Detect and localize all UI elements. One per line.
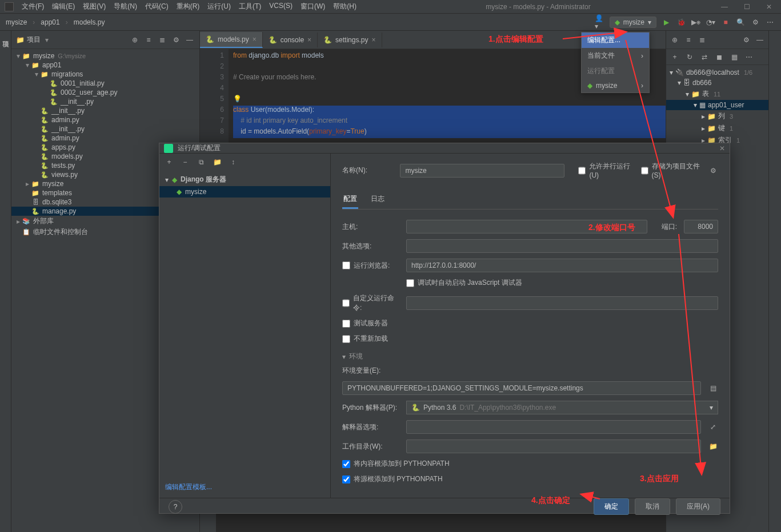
menu-item[interactable]: VCS(S) (266, 1, 296, 13)
close-window-button[interactable]: ✕ (762, 1, 776, 13)
remove-config-button[interactable]: − (180, 157, 190, 167)
tree-item[interactable]: 🐍__init__.py (11, 124, 199, 134)
run-config-selector[interactable]: ◆ mysize ▾ (610, 17, 656, 28)
host-input[interactable] (406, 220, 647, 233)
menu-item[interactable]: 运行(U) (204, 1, 234, 13)
breadcrumb-item[interactable]: app01 (41, 18, 59, 26)
interp-opts-input[interactable] (406, 420, 701, 434)
test-server-checkbox[interactable] (342, 320, 350, 328)
tab-config[interactable]: 配置 (342, 191, 358, 209)
hide-panel-icon[interactable]: — (185, 35, 195, 45)
filter-icon[interactable]: ≣ (697, 35, 707, 45)
config-type-django[interactable]: ▾◆Django 服务器 (159, 173, 330, 186)
add-content-checkbox[interactable] (342, 460, 350, 468)
menu-item[interactable]: 视图(V) (79, 1, 109, 13)
debug-js-checkbox[interactable] (406, 279, 414, 287)
menu-item[interactable]: 帮助(H) (330, 1, 360, 13)
db-child[interactable]: ▸📁列3 (666, 110, 768, 122)
collapse-icon[interactable]: ⊕ (670, 35, 680, 45)
name-input[interactable] (400, 164, 564, 178)
editor-tab[interactable]: 🐍console× (263, 33, 318, 47)
custom-cmd-input[interactable] (406, 296, 718, 310)
menu-item[interactable]: 文件(F) (18, 1, 47, 13)
db-connection[interactable]: ▾🔌db666@localhost1/6 (666, 67, 768, 78)
more-icon[interactable]: ⋯ (744, 52, 754, 62)
custom-cmd-checkbox[interactable] (342, 299, 350, 307)
run-browser-checkbox[interactable] (342, 261, 350, 269)
add-icon[interactable]: + (670, 52, 680, 62)
menu-item[interactable]: 导航(N) (110, 1, 141, 13)
tree-item[interactable]: ▾📁app01 (11, 61, 199, 70)
breadcrumb-item[interactable]: models.py (74, 18, 105, 26)
folder-browse-icon[interactable]: 📁 (708, 441, 718, 452)
tree-item[interactable]: 🐍0002_user_age.py (11, 88, 199, 97)
gear-icon[interactable]: ⚙ (709, 166, 718, 176)
user-icon[interactable]: 👤▾ (595, 17, 605, 27)
dd-edit-config[interactable]: 编辑配置... (582, 33, 649, 48)
no-reload-checkbox[interactable] (342, 335, 350, 343)
coverage-button[interactable]: ▶⎈ (691, 17, 701, 27)
copy-config-button[interactable]: ⧉ (196, 157, 206, 167)
tree-item[interactable]: 🐍admin.py (11, 115, 199, 124)
tab-log[interactable]: 日志 (370, 191, 386, 209)
workdir-input[interactable] (406, 440, 701, 453)
interpreter-select[interactable]: 🐍Python 3.6D:\IT_App\python36\python.exe… (406, 401, 718, 414)
tree-item[interactable]: ▾📁migrations (11, 70, 199, 79)
stop-button[interactable]: ■ (720, 17, 731, 27)
port-input[interactable] (684, 220, 718, 233)
maximize-button[interactable]: ☐ (739, 1, 755, 13)
editor-tab[interactable]: 🐍settings.py× (318, 33, 382, 47)
expand-icon[interactable]: ≡ (143, 35, 154, 45)
locate-icon[interactable]: ⊕ (130, 35, 140, 45)
more-icon[interactable]: ⋯ (765, 17, 775, 27)
dd-mysize[interactable]: ◆mysize› (582, 79, 649, 92)
db-schema[interactable]: ▾🗄db666 (666, 78, 768, 88)
debug-button[interactable]: 🐞 (676, 17, 686, 27)
add-config-button[interactable]: + (164, 157, 174, 167)
editor-tab[interactable]: 🐍models.py× (200, 32, 263, 48)
close-icon[interactable]: × (253, 35, 257, 43)
folder-icon[interactable]: 📁 (212, 157, 222, 167)
stop-icon[interactable]: ◼ (714, 52, 724, 62)
sort-icon[interactable]: ↕ (228, 157, 238, 167)
ok-button[interactable]: 确定 (594, 498, 629, 515)
breadcrumb-item[interactable]: mysize (6, 18, 27, 26)
help-button[interactable]: ? (169, 500, 182, 514)
db-table-app01-user[interactable]: ▾▦app01_user (666, 100, 768, 110)
dd-current-file[interactable]: 当前文件› (582, 48, 649, 63)
settings-icon[interactable]: ⚙ (750, 17, 760, 27)
tree-item[interactable]: 🐍__init__.py (11, 106, 199, 115)
other-options-input[interactable] (406, 239, 718, 253)
profile-button[interactable]: ◔▾ (706, 17, 716, 27)
expand-icon[interactable]: ⤢ (708, 422, 718, 432)
cancel-button[interactable]: 取消 (635, 498, 670, 515)
refresh-icon[interactable]: ↻ (684, 52, 695, 62)
close-icon[interactable]: × (307, 36, 311, 44)
collapse-icon[interactable]: ≣ (157, 35, 167, 45)
gear-icon[interactable]: ⚙ (171, 35, 181, 45)
menu-item[interactable]: 编辑(E) (49, 1, 78, 13)
table-icon[interactable]: ▦ (729, 52, 739, 62)
tree-item[interactable]: 🐍0001_initial.py (11, 79, 199, 88)
apply-button[interactable]: 应用(A) (676, 498, 720, 515)
menu-item[interactable]: 代码(C) (142, 1, 172, 13)
run-button[interactable]: ▶ (661, 17, 671, 27)
tree-item[interactable]: 🐍admin.py (11, 134, 199, 143)
minimize-button[interactable]: — (716, 1, 732, 13)
add-source-checkbox[interactable] (342, 475, 350, 483)
edit-templates-link[interactable]: 编辑配置模板... (159, 477, 330, 498)
db-child[interactable]: ▸📁键1 (666, 122, 768, 134)
store-project-checkbox[interactable] (641, 167, 648, 175)
allow-parallel-checkbox[interactable] (578, 167, 586, 175)
menu-item[interactable]: 工具(T) (235, 1, 265, 13)
hide-icon[interactable]: — (755, 35, 765, 45)
search-icon[interactable]: 🔍 (735, 17, 746, 27)
env-vars-input[interactable] (342, 381, 701, 395)
gear-icon[interactable]: ⚙ (741, 35, 751, 45)
browser-url-input[interactable] (406, 259, 718, 272)
db-tables[interactable]: ▾📁表11 (666, 88, 768, 100)
tree-item[interactable]: ▾📁mysizeG:\mysize (11, 51, 199, 61)
config-item-mysize[interactable]: ◆mysize (159, 186, 330, 198)
expand-icon[interactable]: ≡ (683, 35, 694, 45)
env-edit-icon[interactable]: ▤ (708, 383, 718, 393)
